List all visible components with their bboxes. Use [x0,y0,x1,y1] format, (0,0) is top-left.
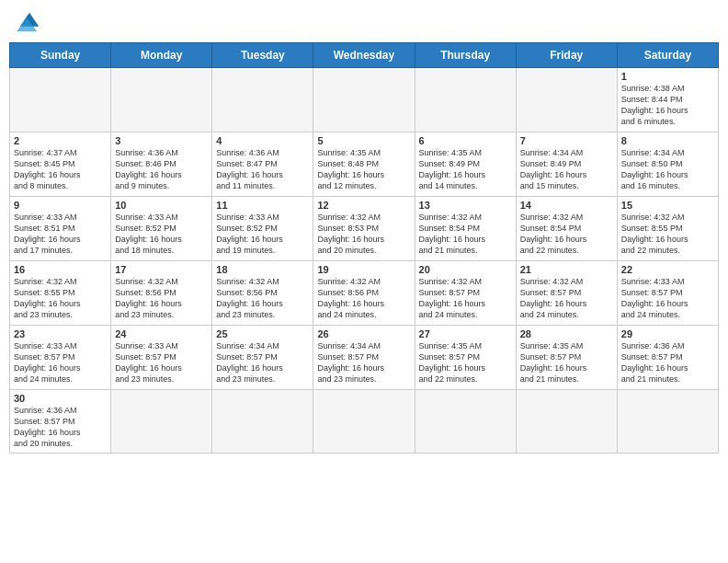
day-info: Sunrise: 4:32 AM Sunset: 8:55 PM Dayligh… [621,212,714,257]
calendar-cell: 10Sunrise: 4:33 AM Sunset: 8:52 PM Dayli… [111,197,212,261]
calendar-cell [212,68,313,132]
calendar-cell: 12Sunrise: 4:32 AM Sunset: 8:53 PM Dayli… [313,197,415,261]
day-info: Sunrise: 4:32 AM Sunset: 8:56 PM Dayligh… [216,276,309,321]
logo-icon [17,9,42,35]
calendar-cell: 27Sunrise: 4:35 AM Sunset: 8:57 PM Dayli… [415,326,516,390]
day-number: 5 [317,135,410,146]
calendar-cell: 9Sunrise: 4:33 AM Sunset: 8:51 PM Daylig… [10,197,111,261]
day-info: Sunrise: 4:35 AM Sunset: 8:49 PM Dayligh… [419,147,512,192]
calendar-cell: 24Sunrise: 4:33 AM Sunset: 8:57 PM Dayli… [111,326,212,390]
calendar-cell: 13Sunrise: 4:32 AM Sunset: 8:54 PM Dayli… [415,197,516,261]
weekday-header-sunday: Sunday [10,43,111,68]
day-info: Sunrise: 4:35 AM Sunset: 8:48 PM Dayligh… [317,147,410,192]
day-info: Sunrise: 4:33 AM Sunset: 8:57 PM Dayligh… [14,340,107,385]
calendar-cell [10,68,111,132]
calendar-cell: 17Sunrise: 4:32 AM Sunset: 8:56 PM Dayli… [111,261,212,326]
calendar-cell: 15Sunrise: 4:32 AM Sunset: 8:55 PM Dayli… [617,197,718,261]
day-number: 2 [14,135,107,146]
day-number: 13 [419,200,512,211]
calendar-week-2: 2Sunrise: 4:37 AM Sunset: 8:45 PM Daylig… [10,132,719,197]
day-info: Sunrise: 4:33 AM Sunset: 8:51 PM Dayligh… [14,212,107,257]
calendar-cell: 19Sunrise: 4:32 AM Sunset: 8:56 PM Dayli… [313,261,415,326]
day-info: Sunrise: 4:33 AM Sunset: 8:57 PM Dayligh… [621,276,714,321]
day-number: 20 [419,264,512,275]
day-info: Sunrise: 4:33 AM Sunset: 8:52 PM Dayligh… [216,212,309,257]
calendar-cell: 25Sunrise: 4:34 AM Sunset: 8:57 PM Dayli… [212,326,313,390]
weekday-header-monday: Monday [111,43,212,68]
day-number: 24 [115,328,208,339]
day-info: Sunrise: 4:36 AM Sunset: 8:46 PM Dayligh… [115,147,208,192]
weekday-header-saturday: Saturday [617,43,718,68]
calendar-cell: 3Sunrise: 4:36 AM Sunset: 8:46 PM Daylig… [111,132,212,197]
calendar-header [9,9,719,35]
day-info: Sunrise: 4:35 AM Sunset: 8:57 PM Dayligh… [419,340,512,385]
calendar-cell: 6Sunrise: 4:35 AM Sunset: 8:49 PM Daylig… [415,132,516,197]
calendar-week-1: 1Sunrise: 4:38 AM Sunset: 8:44 PM Daylig… [10,68,719,132]
day-number: 14 [520,200,613,211]
day-number: 18 [216,264,309,275]
day-info: Sunrise: 4:32 AM Sunset: 8:57 PM Dayligh… [419,276,512,321]
calendar-cell: 16Sunrise: 4:32 AM Sunset: 8:55 PM Dayli… [10,261,111,326]
weekday-header-friday: Friday [516,43,617,68]
calendar-cell: 14Sunrise: 4:32 AM Sunset: 8:54 PM Dayli… [516,197,617,261]
calendar-cell: 23Sunrise: 4:33 AM Sunset: 8:57 PM Dayli… [10,326,111,390]
day-info: Sunrise: 4:38 AM Sunset: 8:44 PM Dayligh… [621,83,714,128]
day-number: 27 [419,328,512,339]
weekday-header-wednesday: Wednesday [313,43,415,68]
calendar-cell [313,390,415,454]
day-number: 11 [216,200,309,211]
calendar-header-row: SundayMondayTuesdayWednesdayThursdayFrid… [10,43,719,68]
calendar-table: SundayMondayTuesdayWednesdayThursdayFrid… [9,42,719,454]
calendar-week-5: 23Sunrise: 4:33 AM Sunset: 8:57 PM Dayli… [10,326,719,390]
calendar-cell [617,390,718,454]
calendar-cell: 4Sunrise: 4:36 AM Sunset: 8:47 PM Daylig… [212,132,313,197]
calendar-cell: 29Sunrise: 4:36 AM Sunset: 8:57 PM Dayli… [617,326,718,390]
calendar-cell: 5Sunrise: 4:35 AM Sunset: 8:48 PM Daylig… [313,132,415,197]
day-number: 3 [115,135,208,146]
day-number: 12 [317,200,410,211]
calendar-cell: 2Sunrise: 4:37 AM Sunset: 8:45 PM Daylig… [10,132,111,197]
day-number: 23 [14,328,107,339]
day-number: 22 [621,264,714,275]
calendar-cell: 26Sunrise: 4:34 AM Sunset: 8:57 PM Dayli… [313,326,415,390]
calendar-cell: 18Sunrise: 4:32 AM Sunset: 8:56 PM Dayli… [212,261,313,326]
calendar-cell: 28Sunrise: 4:35 AM Sunset: 8:57 PM Dayli… [516,326,617,390]
logo [13,9,42,35]
day-number: 1 [621,71,714,82]
day-number: 17 [115,264,208,275]
calendar-cell: 11Sunrise: 4:33 AM Sunset: 8:52 PM Dayli… [212,197,313,261]
day-info: Sunrise: 4:32 AM Sunset: 8:54 PM Dayligh… [520,212,613,257]
calendar-cell: 30Sunrise: 4:36 AM Sunset: 8:57 PM Dayli… [10,390,111,454]
calendar-week-4: 16Sunrise: 4:32 AM Sunset: 8:55 PM Dayli… [10,261,719,326]
day-number: 28 [520,328,613,339]
day-number: 15 [621,200,714,211]
day-info: Sunrise: 4:36 AM Sunset: 8:57 PM Dayligh… [14,405,107,450]
day-info: Sunrise: 4:32 AM Sunset: 8:55 PM Dayligh… [14,276,107,321]
day-number: 25 [216,328,309,339]
calendar-cell [212,390,313,454]
calendar-cell: 22Sunrise: 4:33 AM Sunset: 8:57 PM Dayli… [617,261,718,326]
day-number: 19 [317,264,410,275]
day-info: Sunrise: 4:32 AM Sunset: 8:54 PM Dayligh… [419,212,512,257]
day-number: 6 [419,135,512,146]
calendar-cell [516,68,617,132]
day-number: 29 [621,328,714,339]
calendar-week-3: 9Sunrise: 4:33 AM Sunset: 8:51 PM Daylig… [10,197,719,261]
day-info: Sunrise: 4:36 AM Sunset: 8:47 PM Dayligh… [216,147,309,192]
day-info: Sunrise: 4:32 AM Sunset: 8:53 PM Dayligh… [317,212,410,257]
calendar-cell [415,68,516,132]
day-info: Sunrise: 4:33 AM Sunset: 8:57 PM Dayligh… [115,340,208,385]
weekday-header-thursday: Thursday [415,43,516,68]
calendar-cell [516,390,617,454]
calendar-cell: 21Sunrise: 4:32 AM Sunset: 8:57 PM Dayli… [516,261,617,326]
day-info: Sunrise: 4:34 AM Sunset: 8:49 PM Dayligh… [520,147,613,192]
calendar-cell [111,68,212,132]
calendar-week-6: 30Sunrise: 4:36 AM Sunset: 8:57 PM Dayli… [10,390,719,454]
day-info: Sunrise: 4:35 AM Sunset: 8:57 PM Dayligh… [520,340,613,385]
day-number: 8 [621,135,714,146]
calendar-cell [415,390,516,454]
weekday-header-tuesday: Tuesday [212,43,313,68]
day-info: Sunrise: 4:34 AM Sunset: 8:57 PM Dayligh… [317,340,410,385]
day-number: 4 [216,135,309,146]
calendar-cell: 1Sunrise: 4:38 AM Sunset: 8:44 PM Daylig… [617,68,718,132]
